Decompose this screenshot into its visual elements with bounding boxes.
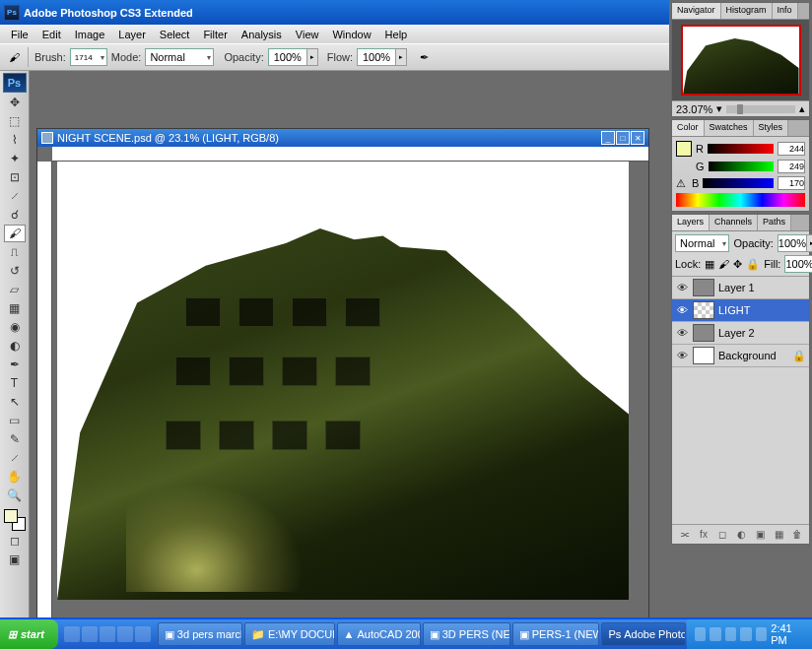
layer-item[interactable]: 👁Background🔒 bbox=[672, 345, 809, 367]
wand-tool[interactable]: ✦ bbox=[4, 150, 26, 167]
menu-window[interactable]: Window bbox=[325, 27, 377, 42]
healing-tool[interactable]: ☌ bbox=[4, 206, 26, 224]
type-tool[interactable]: T bbox=[4, 374, 26, 392]
tray-icon[interactable] bbox=[740, 627, 752, 641]
lock-pixels-icon[interactable]: 🖌 bbox=[718, 258, 729, 270]
opacity-input[interactable]: 100% bbox=[268, 48, 307, 66]
b-input[interactable] bbox=[778, 176, 805, 190]
quickmask-tool[interactable]: ◻ bbox=[4, 532, 26, 550]
visibility-icon[interactable]: 👁 bbox=[675, 303, 689, 317]
menu-select[interactable]: Select bbox=[153, 27, 197, 42]
crop-tool[interactable]: ⊡ bbox=[4, 168, 26, 186]
navigator-zoom[interactable]: 23.07% bbox=[676, 103, 712, 115]
g-input[interactable] bbox=[778, 160, 805, 173]
brush-preset-picker[interactable]: 1714 bbox=[70, 48, 107, 66]
ql-icon[interactable] bbox=[82, 626, 98, 642]
taskbar-item[interactable]: ▲AutoCAD 2007 - ... bbox=[337, 622, 421, 646]
eraser-tool[interactable]: ▱ bbox=[4, 281, 26, 298]
tab-paths[interactable]: Paths bbox=[758, 215, 791, 230]
lock-all-icon[interactable]: 🔒 bbox=[746, 258, 760, 271]
zoom-in-icon[interactable]: ▴ bbox=[799, 102, 805, 115]
layer-item[interactable]: 👁Layer 1 bbox=[672, 277, 809, 299]
layer-mask-icon[interactable]: ◻ bbox=[714, 528, 730, 542]
stamp-tool[interactable]: ⎍ bbox=[4, 243, 26, 261]
blur-tool[interactable]: ◉ bbox=[4, 318, 26, 336]
ql-icon[interactable] bbox=[117, 626, 133, 642]
ql-icon[interactable] bbox=[100, 626, 115, 642]
brush-tool[interactable]: 🖌 bbox=[4, 225, 26, 242]
tray-icon[interactable] bbox=[725, 627, 737, 641]
tab-channels[interactable]: Channels bbox=[710, 215, 758, 230]
layer-opacity-input[interactable]: 100% bbox=[778, 234, 807, 252]
menu-analysis[interactable]: Analysis bbox=[235, 27, 289, 42]
canvas[interactable] bbox=[52, 162, 648, 617]
new-layer-icon[interactable]: ▦ bbox=[771, 528, 786, 542]
tab-layers[interactable]: Layers bbox=[672, 215, 710, 230]
marquee-tool[interactable]: ⬚ bbox=[4, 112, 26, 130]
taskbar-item[interactable]: 📁E:\MY DOCUMEN... bbox=[244, 622, 335, 646]
zoom-tool[interactable]: 🔍 bbox=[4, 487, 26, 504]
lasso-tool[interactable]: ⌇ bbox=[4, 131, 26, 149]
zoom-slider[interactable] bbox=[726, 105, 795, 113]
tab-histogram[interactable]: Histogram bbox=[721, 3, 773, 19]
gradient-tool[interactable]: ▦ bbox=[4, 299, 26, 317]
r-input[interactable] bbox=[778, 142, 805, 156]
doc-close-button[interactable]: ✕ bbox=[631, 131, 644, 145]
pen-tool[interactable]: ✒ bbox=[4, 356, 26, 373]
doc-minimize-button[interactable]: _ bbox=[601, 131, 615, 145]
b-slider[interactable] bbox=[703, 178, 774, 188]
hand-tool[interactable]: ✋ bbox=[4, 468, 26, 486]
adjustment-layer-icon[interactable]: ◐ bbox=[733, 528, 749, 542]
taskbar-item[interactable]: PsAdobe Photosho... bbox=[601, 622, 685, 646]
delete-layer-icon[interactable]: 🗑 bbox=[789, 528, 805, 542]
start-button[interactable]: ⊞ start bbox=[0, 619, 58, 649]
layer-blend-select[interactable]: Normal bbox=[675, 234, 729, 252]
visibility-icon[interactable]: 👁 bbox=[675, 326, 689, 340]
tray-icon[interactable] bbox=[710, 627, 721, 641]
layer-style-icon[interactable]: fx bbox=[696, 528, 711, 542]
ruler-horizontal[interactable] bbox=[52, 147, 648, 162]
tray-icon[interactable] bbox=[756, 627, 768, 641]
document-titlebar[interactable]: NIGHT SCENE.psd @ 23.1% (LIGHT, RGB/8) _… bbox=[37, 129, 648, 147]
color-ramp[interactable] bbox=[676, 193, 805, 207]
notes-tool[interactable]: ✎ bbox=[4, 430, 26, 448]
menu-layer[interactable]: Layer bbox=[111, 27, 153, 42]
ruler-vertical[interactable] bbox=[37, 162, 52, 617]
menu-help[interactable]: Help bbox=[378, 27, 415, 42]
eyedropper-tool[interactable]: ⟋ bbox=[4, 449, 26, 467]
blend-mode-select[interactable]: Normal bbox=[145, 48, 214, 66]
clock[interactable]: 2:41 PM bbox=[771, 622, 804, 646]
layer-item[interactable]: 👁LIGHT bbox=[672, 299, 809, 322]
menu-image[interactable]: Image bbox=[68, 27, 112, 42]
color-swatch[interactable] bbox=[4, 509, 26, 531]
taskbar-item[interactable]: ▣3D PERS (NEW S... bbox=[423, 622, 510, 646]
tray-icon[interactable] bbox=[695, 627, 707, 641]
zoom-out-icon[interactable]: ▾ bbox=[716, 102, 722, 115]
lock-position-icon[interactable]: ✥ bbox=[733, 258, 742, 271]
link-layers-icon[interactable]: ⫘ bbox=[677, 528, 693, 542]
menu-filter[interactable]: Filter bbox=[196, 27, 234, 42]
r-slider[interactable] bbox=[708, 144, 774, 154]
tab-styles[interactable]: Styles bbox=[754, 120, 789, 136]
color-preview[interactable] bbox=[676, 141, 692, 157]
menu-edit[interactable]: Edit bbox=[35, 27, 68, 42]
foreground-color[interactable] bbox=[4, 509, 18, 523]
tab-info[interactable]: Info bbox=[773, 3, 798, 19]
dodge-tool[interactable]: ◐ bbox=[4, 337, 26, 355]
flow-input[interactable]: 100% bbox=[357, 48, 396, 66]
tab-navigator[interactable]: Navigator bbox=[672, 3, 721, 19]
move-tool[interactable]: ✥ bbox=[4, 94, 26, 111]
shape-tool[interactable]: ▭ bbox=[4, 412, 26, 429]
airbrush-icon[interactable]: ✒ bbox=[416, 49, 432, 65]
history-brush-tool[interactable]: ↺ bbox=[4, 262, 26, 280]
tab-swatches[interactable]: Swatches bbox=[705, 120, 754, 136]
slice-tool[interactable]: ⟋ bbox=[4, 187, 26, 205]
doc-maximize-button[interactable]: □ bbox=[616, 131, 630, 145]
menu-view[interactable]: View bbox=[289, 27, 326, 42]
taskbar-item[interactable]: ▣3d pers march 21... bbox=[158, 622, 242, 646]
layer-group-icon[interactable]: ▣ bbox=[752, 528, 768, 542]
screenmode-tool[interactable]: ▣ bbox=[4, 551, 26, 568]
taskbar-item[interactable]: ▣PERS-1 (NEW CL... bbox=[512, 622, 600, 646]
ql-icon[interactable] bbox=[135, 626, 151, 642]
path-tool[interactable]: ↖ bbox=[4, 393, 26, 411]
